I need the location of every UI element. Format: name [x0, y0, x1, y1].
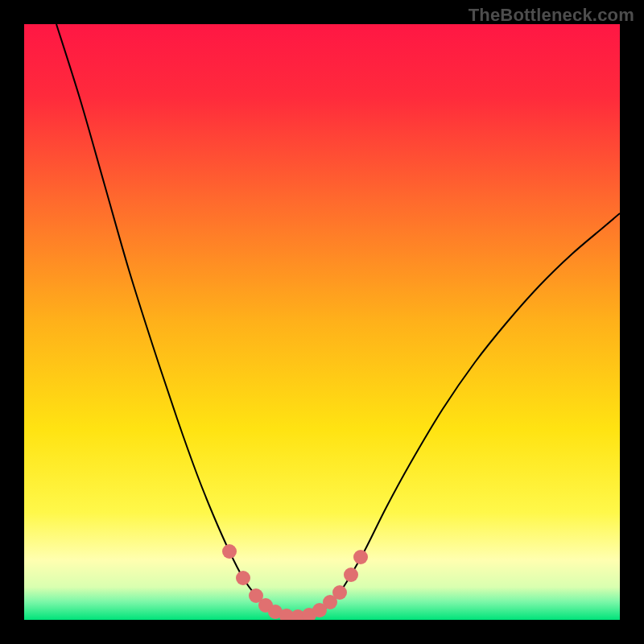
watermark: TheBottleneck.com	[469, 5, 634, 26]
highlight-marker	[344, 568, 358, 582]
highlight-marker	[222, 544, 237, 559]
plot-frame	[24, 24, 620, 620]
curve-layer	[24, 24, 620, 620]
highlight-marker	[353, 550, 368, 564]
highlight-marker	[332, 585, 347, 600]
highlight-marker	[236, 571, 250, 585]
bottleneck-curve	[56, 24, 620, 617]
